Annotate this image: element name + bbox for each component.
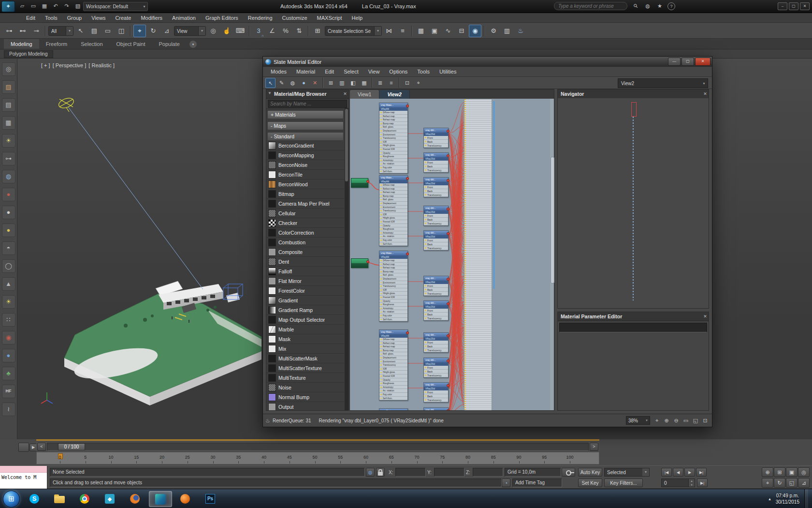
material-node-vraymtl[interactable]: vray Mate...VRayMtlDiffuse mapReflect ma… [379,103,408,174]
map-item-noise[interactable]: Noise [266,383,345,392]
node-slot[interactable]: Fog color [379,314,407,318]
taskbar-explorer-icon[interactable] [48,491,71,506]
slate-menu-options[interactable]: Options [384,67,412,76]
map-item-forestcolor[interactable]: ForestColor [266,286,345,296]
taskbar-chrome-icon[interactable] [73,491,96,506]
edit-named-selections-icon[interactable]: ⊞ [311,25,324,37]
node-slot[interactable]: Fog color [379,239,407,242]
communication-center-icon[interactable]: ◍ [643,1,652,10]
slate-menu-modes[interactable]: Modes [266,67,291,76]
red-sphere-icon[interactable]: ● [2,188,15,201]
node-slot[interactable]: Bump map [379,122,407,126]
node-slot[interactable]: An. rotation [379,162,407,166]
close-icon[interactable]: ✕ [342,91,348,96]
browser-scrollbar[interactable] [345,108,348,410]
node-slot[interactable]: Diffuse map [379,183,407,187]
redo-icon[interactable]: ↷ [62,1,72,11]
curve-editor-icon[interactable]: ∿ [442,25,454,37]
node-slot[interactable]: Roughness [379,227,407,231]
next-frame-arrow[interactable]: > [590,443,598,451]
parameter-editor-header[interactable]: Material Parameter Editor ✕ [558,312,709,321]
menu-modifiers[interactable]: Modifiers [136,13,167,23]
node-slot[interactable]: Front [424,136,448,140]
node-slot[interactable]: IOR [379,367,407,371]
dome-icon[interactable]: ◓ [2,241,15,255]
image-icon[interactable]: ▨ [2,80,15,94]
material-node-vraymtl[interactable]: vray Mate...VRayMtlDiffuse mapReflect ma… [379,251,408,322]
bind-to-spacewarp-icon[interactable]: ⊸ [30,25,43,37]
node-slot[interactable]: Fresnel IOR [379,148,407,151]
world-icon[interactable]: ◍ [2,170,15,183]
z-coordinate-field[interactable] [473,468,503,477]
add-time-tag-field[interactable]: Add Time Tag [512,478,562,487]
node-slot[interactable]: Back [424,394,448,398]
show-shaded-icon[interactable]: ◧ [348,78,358,88]
node-slot[interactable]: Front [424,284,448,288]
node-slot[interactable]: Front [424,366,448,370]
node-slot[interactable]: Fog color [379,393,407,397]
minimize-button[interactable]: – [778,2,787,10]
map-item-mask[interactable]: Mask [266,334,345,344]
slate-view-selector-dropdown[interactable]: View2 ▾ [618,78,708,88]
node-slot[interactable]: Environment [379,360,407,364]
close-button[interactable]: ✕ [800,2,810,10]
node-slot[interactable]: Back [424,313,448,316]
key-filters-button[interactable]: Key Filters... [604,478,643,487]
taskbar-app-icon-2[interactable] [174,491,196,506]
browser-search-input[interactable] [268,100,347,108]
gray-sphere-icon[interactable]: ● [2,206,15,219]
slate-menu-view[interactable]: View [363,67,385,76]
navigator-minimap[interactable] [558,98,709,308]
close-icon[interactable]: ✕ [702,314,709,319]
grid-icon[interactable]: ▦ [2,116,15,130]
node-slot[interactable]: Roughness [379,382,407,386]
node-slot[interactable]: Front [424,309,448,313]
tab-populate[interactable]: Populate [152,39,186,49]
yellow-sphere-icon[interactable]: ● [2,224,15,237]
node-slot[interactable]: Opacity [379,151,407,155]
node-slot[interactable]: Roughness [379,155,407,159]
output-socket-icon[interactable] [406,105,409,107]
play-button[interactable]: ▶ [684,468,695,477]
red-dot-icon[interactable]: ◉ [2,331,15,344]
node-slot[interactable]: Translucency [424,316,448,320]
help-icon[interactable]: ? [667,2,675,10]
node-slot[interactable]: Translucency [424,168,448,172]
zoom-all-icon[interactable]: ⊞ [774,467,785,477]
menu-animation[interactable]: Animation [167,13,201,23]
set-key-icon[interactable] [562,468,575,477]
start-button[interactable]: ⊞ [3,491,20,508]
node-slot[interactable]: Bump map [379,270,407,274]
zoom-level-dropdown[interactable]: 38% ▾ [626,416,650,425]
zoom-icon[interactable]: ⊕ [762,467,773,477]
output-socket-icon[interactable] [447,359,450,362]
select-by-name-icon[interactable]: ▤ [88,25,101,37]
node-slot[interactable]: Translucency [424,398,448,402]
material-node-vray2sided[interactable]: vray dbl...VRay2SidFrontBackTranslucency [423,152,449,173]
select-and-move-icon[interactable]: ⌖ [133,25,146,37]
time-slider-track[interactable]: 0 / 100 [47,443,589,451]
node-slot[interactable]: Opacity [379,378,407,382]
node-slot[interactable]: IOR [379,140,407,144]
show-background-icon[interactable]: ▦ [359,78,369,88]
node-slot[interactable]: Back [424,344,448,348]
align-icon[interactable]: ≡ [396,25,409,37]
taskbar-app-icon-1[interactable]: ◆ [99,491,121,506]
node-slot[interactable]: Environment [379,206,407,209]
material-node-vray2sided[interactable]: vray dbl...VRay2SidFrontBackTranslucency [423,206,449,226]
node-slot[interactable]: Front [424,185,448,189]
steering-wheel-icon[interactable]: ◎ [2,62,15,76]
maxscript-mini-listener[interactable]: Welcome to M [0,466,47,489]
node-slot[interactable]: Self-illum. [379,397,407,401]
node-slot[interactable]: Translucency [424,144,448,148]
group-materials[interactable]: + Materials [267,110,344,119]
slate-menu-tools[interactable]: Tools [412,67,435,76]
cone-icon[interactable]: ▲ [2,277,15,291]
material-name-field[interactable] [559,323,707,332]
node-slot[interactable]: Bump map [379,349,407,353]
time-slider-handle[interactable]: 0 / 100 [58,443,85,450]
set-key-button[interactable]: Set Key [578,478,602,487]
menu-graph-editors[interactable]: Graph Editors [201,13,243,23]
sun-icon[interactable]: ☀ [2,295,15,309]
node-slot[interactable]: Refl. gloss. [379,125,407,129]
